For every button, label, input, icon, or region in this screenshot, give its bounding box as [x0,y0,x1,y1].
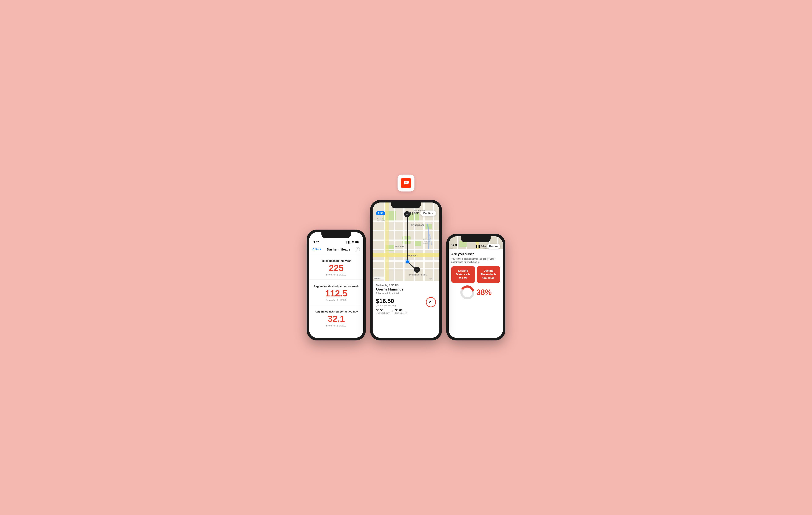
phone3-screen: BLA... ...LS COUNTRY LAN... 10:37 ▌▌▌ 5G… [449,236,503,338]
mileage-section-year: Miles dashed this year 225 Since Jan 1 o… [309,254,363,279]
order-details: Deliver by 6:56 PM Oren's Hummus 8 items… [373,281,439,316]
donut-chart [460,285,475,300]
phone1-time: 9:32 [313,241,319,244]
svg-rect-23 [373,253,439,257]
doordash-app-icon [398,174,414,191]
mileage-value-day: 32.1 [313,314,360,324]
back-button[interactable]: Back [313,248,321,251]
mileage-since-day: Since Jan 1 of 2022 [313,324,360,327]
svg-rect-12 [373,230,439,231]
svg-text:RAYNOR PARK: RAYNOR PARK [411,224,425,226]
help-icon[interactable]: ? [356,247,360,251]
svg-text:APPLE PARK: APPLE PARK [406,255,417,257]
order-meta: 8 items • 4.8 mi total [376,292,436,295]
mileage-label-day: Avg. miles dashed per active day [313,310,360,313]
mileage-label-year: Miles dashed this year [313,259,360,262]
svg-text:BIRDLAND: BIRDLAND [394,245,404,247]
signal-icon: ▌▌▌ [347,241,351,243]
svg-point-1 [406,182,407,183]
modal-title: Are you sure? [451,252,500,256]
order-price-info: $16.50 (Total may be higher) [376,298,396,307]
phone1-nav: Back Dasher mileage ? [309,245,363,254]
phone3-signal: ▌▌▌ 5G⊡ [476,245,486,248]
battery-icon [355,241,359,244]
mileage-since-week: Since Jan 1 of 2022 [313,299,360,301]
restaurant-name: Oren's Hummus [376,287,436,292]
nav-title: Dasher mileage [327,248,350,251]
svg-text:RANCHO RINCONADA: RANCHO RINCONADA [409,274,427,276]
svg-rect-14 [373,249,439,250]
decline-option-too-small[interactable]: Decline The order is too small [476,266,500,283]
deliver-time: Deliver by 6:56 PM [376,284,436,287]
decline-option-distance[interactable]: Decline Distance is too far [451,266,475,283]
phone3-frame: BLA... ...LS COUNTRY LAN... 10:37 ▌▌▌ 5G… [446,234,505,341]
phone1-status-icons: ▌▌▌ [347,241,359,244]
phone1-dasher-mileage: 9:32 ▌▌▌ Back [307,229,366,341]
svg-text:⊡: ⊡ [416,269,418,271]
modal-card: Are you sure? You're the best Dasher for… [449,249,503,283]
phone3-decline-button[interactable]: Decline [487,244,500,249]
mileage-since-year: Since Jan 1 of 2022 [313,273,360,276]
svg-text:Fremont: Fremont [377,218,383,220]
phone1-frame: 9:32 ▌▌▌ Back [307,229,366,341]
mileage-label-week: Avg. miles dashed per active week [313,284,360,288]
phones-container: 9:32 ▌▌▌ Back [307,200,505,341]
order-price: $16.50 [376,298,396,304]
phone2-decline-button[interactable]: Decline [420,211,436,216]
svg-rect-3 [355,241,358,243]
phone1-screen: 9:32 ▌▌▌ Back [309,232,363,338]
svg-rect-8 [415,241,421,246]
svg-text:Legal: Legal [429,278,432,279]
map-time: 6:33 [376,211,385,215]
phone3-notch [461,236,491,242]
svg-point-30 [405,259,410,264]
mileage-section-week: Avg. miles dashed per active week 112.5 … [309,279,363,305]
svg-text:Medical: Medical [423,242,428,244]
svg-text:Kaiser: Kaiser [423,237,427,239]
phone1-notch [321,232,351,238]
wifi-icon [352,241,355,244]
phone2-notch [391,202,421,209]
customer-tip: $8.00 Customer tip [395,308,407,314]
decline-options: Decline Distance is too far Decline The … [451,266,500,283]
phone2-signal: ▌▌▌ 5G⊡ [409,212,419,215]
modal-subtitle: You're the best Dasher for this order! Y… [451,257,500,264]
doordash-pay: $8.50 DoorDash pay [376,308,389,314]
phone3-map-bg: BLA... ...LS COUNTRY LAN... 10:37 ▌▌▌ 5G… [449,236,503,283]
pay-breakdown: $8.50 DoorDash pay + $8.00 Customer tip [376,308,436,314]
svg-rect-16 [373,268,439,269]
phone3-decline: BLA... ...LS COUNTRY LAN... 10:37 ▌▌▌ 5G… [446,234,505,341]
svg-text:High School: High School [377,220,385,222]
plus-sign: + [391,309,394,314]
mileage-value-week: 112.5 [313,289,360,298]
phone3-time: 10:37 [451,244,457,249]
map-area: 6:33 ▌▌▌ 5G⊡ Decline [373,202,439,281]
order-price-note: (Total may be higher) [376,304,396,307]
mileage-section-day: Avg. miles dashed per active day 32.1 Si… [309,305,363,330]
phone2-screen: 6:33 ▌▌▌ 5G⊡ Decline [373,202,439,338]
phone2-order: 6:33 ▌▌▌ 5G⊡ Decline [370,200,442,341]
mileage-value-year: 225 [313,263,360,273]
phone2-frame: 6:33 ▌▌▌ 5G⊡ Decline [370,200,442,341]
order-price-row: $16.50 (Total may be higher) 21 [376,297,436,307]
percent-value: 38% [476,288,492,297]
app-icon-wrapper [398,174,414,191]
acceptance-rate-display: 38% [476,288,492,297]
timer-countdown: 21 [426,297,436,307]
acceptance-rate-section: 38% [449,283,503,302]
svg-text:⚙ Maps: ⚙ Maps [374,277,380,279]
